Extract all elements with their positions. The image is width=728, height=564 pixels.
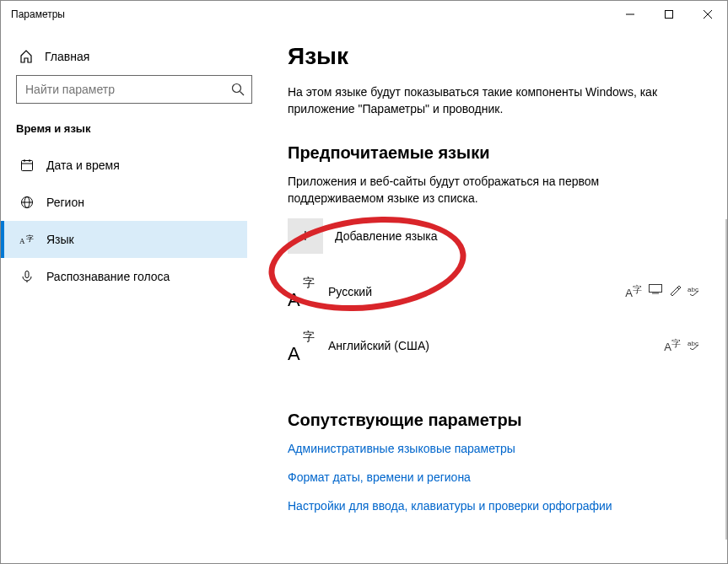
link-input-keyboard-spell[interactable]: Настройки для ввода, клавиатуры и провер…	[288, 499, 702, 513]
link-admin-language[interactable]: Административные языковые параметры	[288, 442, 702, 455]
sidebar-item-speech[interactable]: Распознавание голоса	[1, 258, 247, 295]
sidebar-item-label: Регион	[46, 196, 84, 209]
sidebar: Главная Время и язык Дата и время	[1, 28, 262, 563]
page-title: Язык	[288, 43, 702, 70]
link-date-region-format[interactable]: Формат даты, времени и региона	[288, 470, 702, 484]
window-controls	[611, 1, 727, 28]
sidebar-item-region[interactable]: Регион	[1, 184, 247, 221]
mic-icon	[19, 270, 35, 283]
close-button[interactable]	[688, 1, 727, 28]
svg-rect-1	[666, 11, 673, 19]
globe-icon	[19, 196, 35, 209]
sidebar-item-label: Распознавание голоса	[46, 270, 170, 283]
minimize-button[interactable]	[611, 1, 650, 28]
search-box[interactable]	[16, 75, 252, 104]
svg-text:A: A	[19, 237, 25, 245]
page-description: На этом языке будут показываться такие к…	[288, 83, 676, 118]
language-name: Английский (США)	[328, 339, 429, 352]
nav-list: Дата и время Регион A字 Язык	[1, 147, 247, 295]
language-name: Русский	[328, 285, 372, 298]
svg-text:字: 字	[26, 234, 34, 243]
titlebar: Параметры	[1, 1, 727, 28]
sidebar-item-language[interactable]: A字 Язык	[1, 221, 247, 258]
svg-point-4	[233, 84, 241, 93]
handwrite-icon	[669, 284, 681, 299]
spell-icon: abc	[688, 284, 701, 299]
preferred-description: Приложения и веб-сайты будут отображатьс…	[288, 173, 659, 207]
svg-rect-15	[25, 271, 29, 278]
content: Язык На этом языке будут показываться та…	[262, 28, 727, 563]
add-language-label: Добавление языка	[335, 229, 438, 243]
home-icon	[19, 50, 33, 63]
window-title: Параметры	[11, 8, 65, 20]
svg-line-5	[240, 92, 245, 96]
sidebar-item-date-time[interactable]: Дата и время	[1, 147, 247, 184]
maximize-button[interactable]	[650, 1, 688, 28]
svg-rect-6	[22, 161, 33, 171]
related-heading: Сопутствующие параметры	[288, 411, 702, 430]
language-item-russian[interactable]: 字 A Русский A字 abc	[288, 267, 701, 321]
svg-rect-17	[650, 285, 662, 293]
search-icon	[231, 83, 245, 96]
language-glyph-icon: 字 A	[288, 331, 316, 360]
preferred-heading: Предпочитаемые языки	[288, 143, 702, 163]
plus-icon: +	[288, 218, 323, 254]
language-item-english-us[interactable]: 字 A Английский (США) A字 abc	[288, 321, 701, 375]
sidebar-item-label: Язык	[46, 233, 74, 246]
tts-icon: A字	[625, 284, 642, 299]
calendar-icon	[19, 158, 35, 172]
scrollbar[interactable]	[725, 219, 727, 540]
language-feature-icons: A字 abc	[664, 338, 701, 353]
add-language-button[interactable]: + Добавление языка	[288, 218, 438, 254]
spell-icon: abc	[688, 338, 701, 353]
tts-icon: A字	[664, 338, 681, 353]
category-title: Время и язык	[16, 122, 247, 135]
input-icon	[649, 284, 662, 299]
search-input[interactable]	[17, 76, 251, 103]
sidebar-item-label: Дата и время	[46, 158, 120, 172]
language-feature-icons: A字 abc	[625, 284, 701, 299]
language-glyph-icon: 字 A	[288, 277, 316, 306]
home-button[interactable]: Главная	[16, 43, 247, 75]
language-icon: A字	[19, 233, 35, 246]
home-label: Главная	[45, 50, 89, 63]
